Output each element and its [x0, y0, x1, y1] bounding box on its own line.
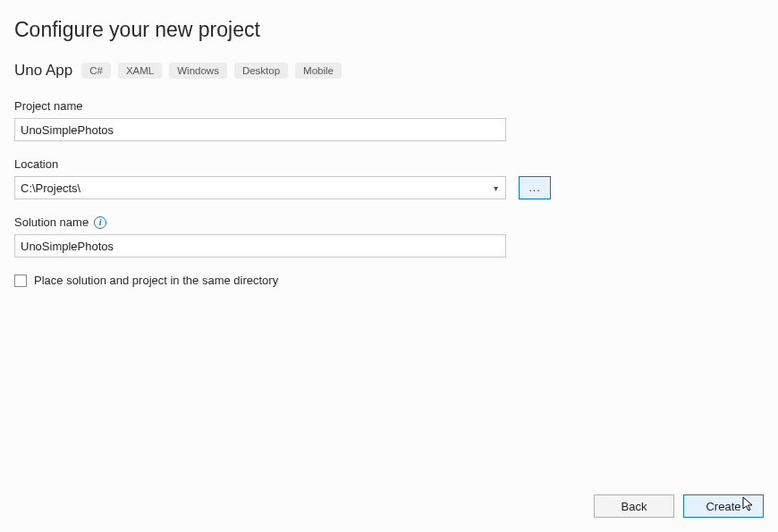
project-name-group: Project name	[14, 99, 764, 141]
info-icon[interactable]: i	[94, 216, 106, 229]
solution-name-input[interactable]	[14, 234, 506, 258]
location-value: C:\Projects\	[21, 182, 492, 195]
same-directory-label[interactable]: Place solution and project in the same d…	[34, 274, 278, 287]
tag: XAML	[118, 63, 162, 79]
tag: Mobile	[295, 63, 342, 79]
tag: C#	[81, 63, 111, 79]
location-group: Location C:\Projects\ ▾ ...	[14, 157, 764, 199]
page-title: Configure your new project	[14, 18, 764, 42]
subtitle-row: Uno App C# XAML Windows Desktop Mobile	[14, 62, 764, 80]
same-directory-row: Place solution and project in the same d…	[14, 274, 764, 287]
tag: Desktop	[234, 63, 288, 79]
location-label: Location	[14, 157, 764, 171]
tag-list: C# XAML Windows Desktop Mobile	[81, 63, 342, 79]
solution-name-group: Solution name i	[14, 215, 764, 258]
browse-button[interactable]: ...	[519, 176, 551, 199]
tag: Windows	[169, 63, 227, 79]
back-button[interactable]: Back	[594, 494, 674, 518]
location-combo[interactable]: C:\Projects\ ▾	[14, 176, 506, 199]
footer: Back Create	[594, 494, 764, 518]
solution-name-label: Solution name	[14, 215, 89, 229]
same-directory-checkbox[interactable]	[14, 274, 27, 287]
project-name-input[interactable]	[14, 118, 506, 141]
chevron-down-icon[interactable]: ▾	[492, 183, 500, 193]
project-name-label: Project name	[14, 99, 764, 113]
project-type-subtitle: Uno App	[14, 62, 72, 80]
create-button[interactable]: Create	[683, 494, 764, 518]
